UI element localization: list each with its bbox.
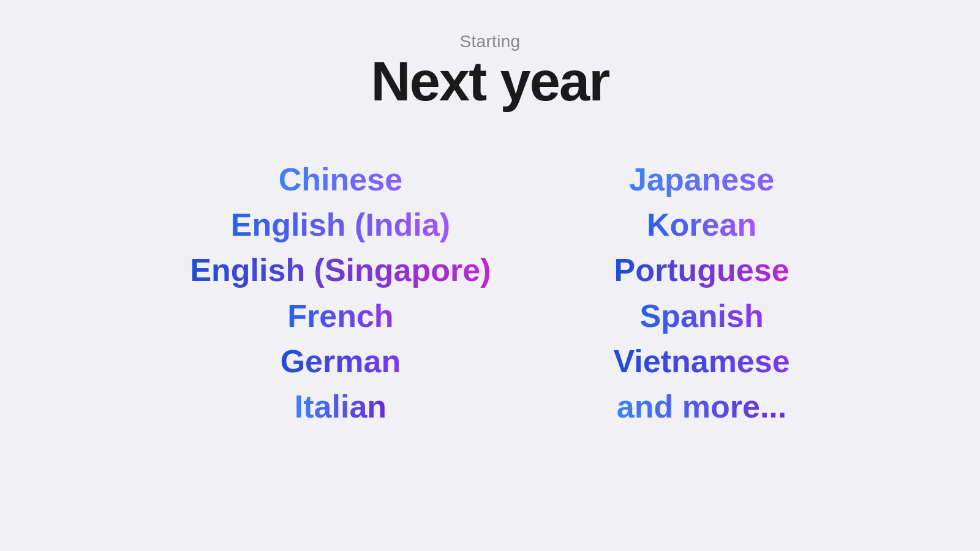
left-language-column: Chinese English (India) English (Singapo… (190, 158, 491, 428)
language-item-german: German (281, 340, 401, 383)
languages-container: Chinese English (India) English (Singapo… (190, 158, 790, 428)
right-language-column: Japanese Korean Portuguese Spanish Vietn… (614, 158, 790, 428)
language-item-spanish: Spanish (639, 294, 763, 337)
language-item-italian: Italian (295, 385, 386, 428)
starting-label: Starting (460, 32, 521, 51)
header: Starting Next year (371, 32, 609, 109)
language-item-english-singapore: English (Singapore) (190, 249, 491, 291)
language-item-vietnamese: Vietnamese (614, 340, 790, 383)
language-item-korean: Korean (647, 203, 756, 246)
page-title: Next year (371, 54, 609, 109)
language-item-and-more: and more... (617, 385, 786, 428)
language-item-chinese: Chinese (279, 158, 402, 201)
language-item-english-india: English (India) (231, 203, 450, 246)
language-item-portuguese: Portuguese (614, 249, 790, 291)
language-item-french: French (287, 294, 393, 337)
language-item-japanese: Japanese (629, 158, 774, 201)
